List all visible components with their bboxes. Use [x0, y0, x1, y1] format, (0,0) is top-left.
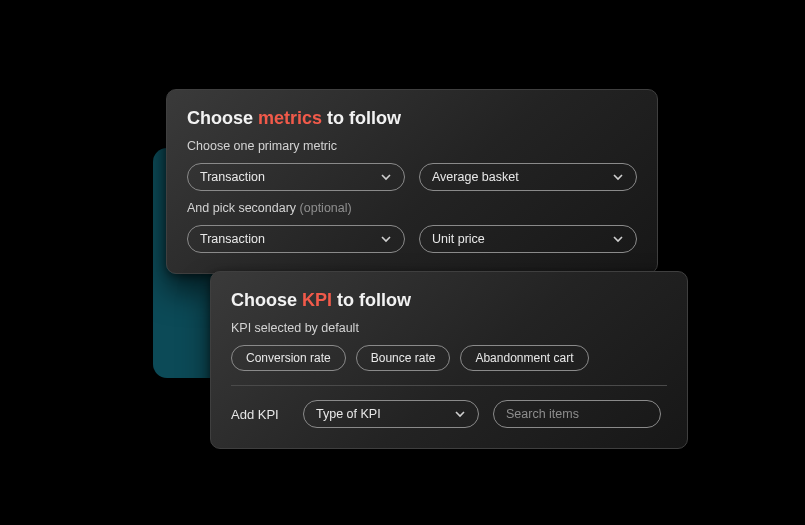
secondary-metric-label: And pick secondary (optional) [187, 201, 637, 215]
metrics-title: Choose metrics to follow [187, 108, 637, 129]
kpi-chip-bounce-rate[interactable]: Bounce rate [356, 345, 451, 371]
kpi-title: Choose KPI to follow [231, 290, 667, 311]
secondary-metric-label-text: And pick secondary [187, 201, 300, 215]
kpi-chip-conversion-rate[interactable]: Conversion rate [231, 345, 346, 371]
chevron-down-icon [612, 233, 624, 245]
secondary-metric-optional: (optional) [300, 201, 352, 215]
divider [231, 385, 667, 386]
kpi-title-prefix: Choose [231, 290, 302, 310]
kpi-title-accent: KPI [302, 290, 332, 310]
secondary-metric-select-2-value: Unit price [432, 232, 485, 246]
chevron-down-icon [612, 171, 624, 183]
choose-metrics-panel: Choose metrics to follow Choose one prim… [166, 89, 658, 274]
metrics-title-suffix: to follow [322, 108, 401, 128]
kpi-type-select[interactable]: Type of KPI [303, 400, 479, 428]
primary-metric-select-2[interactable]: Average basket [419, 163, 637, 191]
primary-metric-select-1-value: Transaction [200, 170, 265, 184]
secondary-metric-select-2[interactable]: Unit price [419, 225, 637, 253]
kpi-search-input[interactable] [493, 400, 661, 428]
kpi-title-suffix: to follow [332, 290, 411, 310]
primary-metric-select-2-value: Average basket [432, 170, 519, 184]
kpi-chips: Conversion rate Bounce rate Abandonment … [231, 345, 667, 371]
metrics-title-accent: metrics [258, 108, 322, 128]
kpi-chip-abandonment-cart[interactable]: Abandonment cart [460, 345, 588, 371]
choose-kpi-panel: Choose KPI to follow KPI selected by def… [210, 271, 688, 449]
kpi-type-select-value: Type of KPI [316, 407, 381, 421]
chevron-down-icon [454, 408, 466, 420]
kpi-default-label: KPI selected by default [231, 321, 667, 335]
chevron-down-icon [380, 233, 392, 245]
chevron-down-icon [380, 171, 392, 183]
secondary-metric-select-1-value: Transaction [200, 232, 265, 246]
secondary-metric-select-1[interactable]: Transaction [187, 225, 405, 253]
primary-metric-select-1[interactable]: Transaction [187, 163, 405, 191]
primary-metric-label: Choose one primary metric [187, 139, 637, 153]
add-kpi-label: Add KPI [231, 407, 289, 422]
metrics-title-prefix: Choose [187, 108, 258, 128]
